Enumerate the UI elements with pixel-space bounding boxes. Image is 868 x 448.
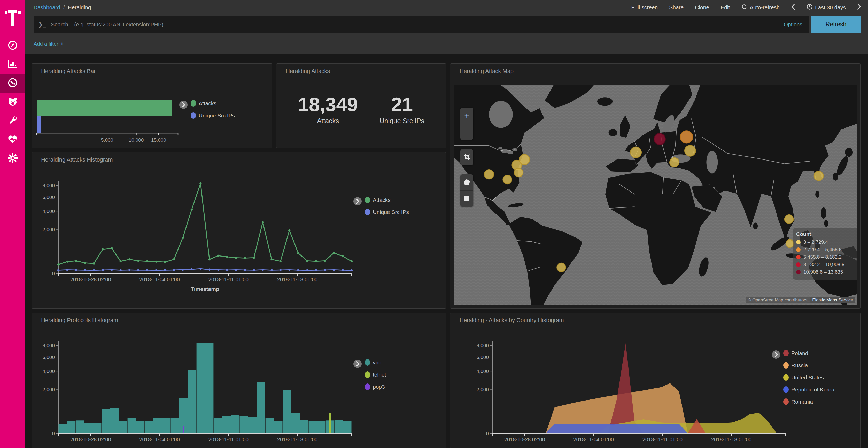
options-link[interactable]: Options <box>784 22 802 28</box>
svg-text:2018-11-04 01:00: 2018-11-04 01:00 <box>139 437 180 442</box>
sidebar-item-dev-tools[interactable] <box>0 111 25 130</box>
metric-value: 21 <box>379 95 424 114</box>
panel-title: Heralding Attacks <box>286 68 330 75</box>
sidebar-item-monitoring[interactable] <box>0 130 25 149</box>
attack-location-marker[interactable] <box>814 171 823 181</box>
svg-text:8,000: 8,000 <box>42 343 55 348</box>
legend-color-dot <box>191 100 196 107</box>
svg-text:4,000: 4,000 <box>42 369 55 374</box>
legend-toggle-icon[interactable] <box>353 359 362 370</box>
attack-location-marker[interactable] <box>680 131 692 143</box>
legend-label: telnet <box>373 372 386 378</box>
attack-location-marker[interactable] <box>784 215 793 223</box>
svg-text:Timestamp: Timestamp <box>191 286 219 292</box>
search-input[interactable] <box>51 21 783 28</box>
legend-item[interactable]: Russia <box>783 362 834 369</box>
metric-row: 18,349 Attacks 21 Unique Src IPs <box>276 95 446 125</box>
attack-location-marker[interactable] <box>557 263 566 272</box>
legend-color-dot <box>191 112 196 119</box>
svg-text:2018-10-28 02:00: 2018-10-28 02:00 <box>504 437 545 442</box>
count-bucket-label: 3 – 2,729.4 <box>803 239 828 245</box>
full-screen-button[interactable]: Full screen <box>631 4 658 10</box>
svg-text:2018-11-11 01:00: 2018-11-11 01:00 <box>643 437 683 442</box>
chart-legend: vnctelnetpop3 <box>353 359 386 390</box>
legend-toggle-icon[interactable] <box>771 350 781 360</box>
attacks-bar-chart[interactable]: 5,00010,00015,000 <box>32 64 272 148</box>
gear-icon <box>7 153 18 164</box>
svg-text:0: 0 <box>52 431 55 436</box>
panel-attacks-bar: Heralding Attacks Bar 5,00010,00015,000 <box>32 64 272 148</box>
time-range-button[interactable]: Last 30 days <box>807 4 846 11</box>
attacks-histogram-chart[interactable]: 02,0004,0006,0008,0002018-10-28 02:00201… <box>32 152 446 308</box>
map-legend-item: 3 – 2,729.4 <box>796 239 857 245</box>
legend-item[interactable]: Unique Src IPs <box>191 112 235 119</box>
attack-location-marker[interactable] <box>685 145 695 156</box>
legend-item[interactable]: Poland <box>783 350 834 356</box>
attack-location-marker[interactable] <box>670 158 679 167</box>
refresh-button[interactable]: Refresh <box>811 16 861 33</box>
chart-legend: AttacksUnique Src IPs <box>353 197 409 215</box>
search-bar-row: ❯_ Options Refresh <box>25 15 868 34</box>
kibana-dashboard-app: Dashboard / Heralding Full screen Share … <box>0 0 868 448</box>
attack-location-marker[interactable] <box>503 175 512 184</box>
legend-item[interactable]: United States <box>783 374 834 381</box>
clone-button[interactable]: Clone <box>695 4 709 10</box>
add-filter-button[interactable]: Add a filter + <box>34 41 64 47</box>
chart-legend: PolandRussiaUnited StatesRepublic of Kor… <box>771 350 834 405</box>
sidebar-item-dashboard[interactable] <box>0 74 25 93</box>
sidebar-item-management[interactable] <box>0 149 25 168</box>
legend-label: Unique Src IPs <box>199 112 235 119</box>
breadcrumb-dashboard-link[interactable]: Dashboard <box>34 4 60 10</box>
legend-item[interactable]: Romania <box>783 399 834 405</box>
map-zoom-out-button[interactable]: − <box>460 124 473 140</box>
sidebar-item-discover[interactable] <box>0 36 25 55</box>
legend-label: Attacks <box>373 197 391 203</box>
legend-color-dot <box>783 362 789 369</box>
top-navbar: Dashboard / Heralding Full screen Share … <box>25 0 868 15</box>
legend-item[interactable]: telnet <box>365 371 386 378</box>
square-icon <box>464 194 470 204</box>
legend-item[interactable]: Attacks <box>365 197 409 203</box>
map-attribution: © OpenStreetMap contributors,Elastic Map… <box>746 297 855 303</box>
legend-item[interactable]: Attacks <box>191 100 235 107</box>
metric-attacks: 18,349 Attacks <box>298 95 358 125</box>
legend-toggle-icon[interactable] <box>353 197 362 207</box>
attack-location-marker[interactable] <box>514 168 523 177</box>
sidebar-item-t-pot[interactable] <box>0 93 25 111</box>
gauge-icon <box>8 78 18 89</box>
legend-label: Romania <box>791 399 813 405</box>
telekom-logo[interactable] <box>0 4 25 28</box>
panel-attacks-histogram: Heralding Attacks Histogram 02,0004,0006… <box>32 152 446 309</box>
svg-text:2,000: 2,000 <box>476 387 489 392</box>
auto-refresh-button[interactable]: Auto-refresh <box>741 4 780 11</box>
bar-chart-icon <box>8 59 18 70</box>
sidebar-item-visualize[interactable] <box>0 55 25 74</box>
map-draw-rectangle-button[interactable] <box>460 191 473 207</box>
elastic-maps-attribution[interactable]: Elastic Maps Service <box>810 297 855 303</box>
svg-text:15,000: 15,000 <box>151 137 166 143</box>
svg-text:2018-11-11 01:00: 2018-11-11 01:00 <box>209 277 249 282</box>
map-crop-button[interactable] <box>460 149 473 165</box>
legend-item[interactable]: Republic of Korea <box>783 386 834 393</box>
legend-item[interactable]: pop3 <box>365 383 386 390</box>
map-draw-polygon-button[interactable] <box>460 174 473 191</box>
time-next-button[interactable] <box>857 3 861 11</box>
legend-item[interactable]: vnc <box>365 359 386 366</box>
map-zoom-in-button[interactable]: + <box>460 108 473 124</box>
map-legend-item: 10,908.6 – 13,635 <box>796 269 857 275</box>
legend-toggle-icon[interactable] <box>179 100 188 110</box>
legend-label: Russia <box>791 362 808 369</box>
edit-button[interactable]: Edit <box>720 4 730 10</box>
legend-item[interactable]: Unique Src IPs <box>365 209 409 215</box>
attack-location-marker[interactable] <box>654 133 665 145</box>
osm-attribution[interactable]: © OpenStreetMap contributors, <box>748 298 809 303</box>
legend-label: Attacks <box>199 100 216 107</box>
svg-text:2,000: 2,000 <box>42 227 55 232</box>
time-prev-button[interactable] <box>791 3 795 11</box>
world-map[interactable]: + − <box>454 85 857 305</box>
attack-location-marker[interactable] <box>485 170 494 179</box>
attack-location-marker[interactable] <box>519 154 530 165</box>
search-box: ❯_ Options <box>34 16 809 33</box>
attack-location-marker[interactable] <box>630 147 642 158</box>
share-button[interactable]: Share <box>669 4 684 10</box>
